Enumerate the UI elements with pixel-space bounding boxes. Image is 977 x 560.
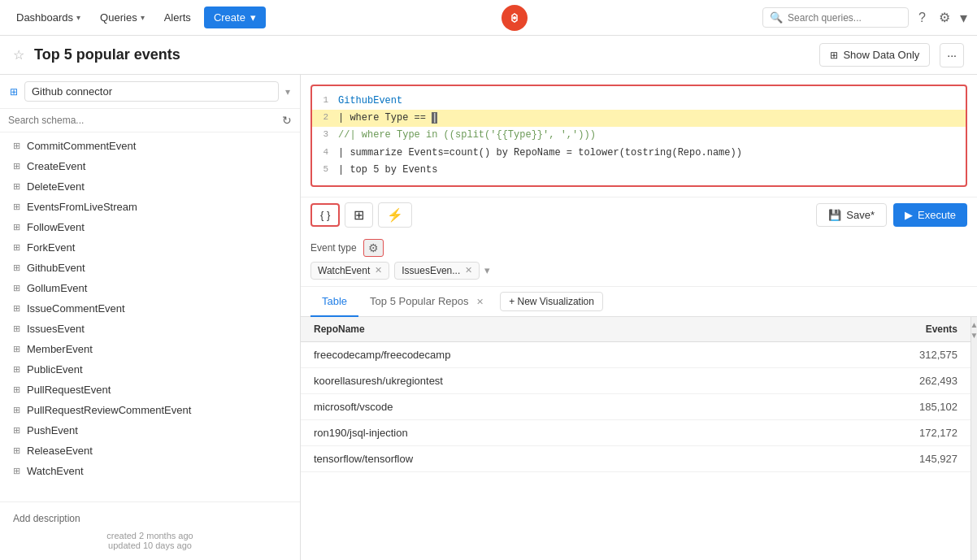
table-icon: ⊞	[13, 283, 20, 293]
events-cell: 172,172	[781, 419, 970, 445]
table-row: koorellasuresh/ukregiontest262,493	[301, 367, 970, 393]
table-icon: ⊞	[13, 384, 20, 395]
table-icon: ⊞	[13, 323, 20, 334]
events-cell: 262,493	[781, 367, 970, 393]
col-reponame: RepoName	[301, 317, 781, 342]
format-button[interactable]: { }	[310, 203, 340, 227]
code-line: 1GithubEvent	[312, 93, 966, 110]
sidebar-item[interactable]: ⊞PublicEvent	[0, 359, 300, 380]
sidebar-item[interactable]: ⊞ReleaseEvent	[0, 441, 300, 461]
lightning-button[interactable]: ⚡	[378, 202, 412, 228]
save-button[interactable]: 💾 Save*	[816, 203, 887, 227]
sidebar-item[interactable]: ⊞WatchEvent	[0, 461, 300, 481]
logo-circle	[502, 5, 528, 31]
connector-dropdown[interactable]: Github connector	[24, 81, 279, 102]
create-chevron-icon: ▾	[250, 11, 256, 24]
close-tab-top5[interactable]: ✕	[476, 297, 484, 306]
expand-icon[interactable]: ▾	[960, 9, 967, 27]
nav-dashboards[interactable]: Dashboards ▾	[10, 0, 87, 36]
create-button[interactable]: Create ▾	[204, 7, 266, 28]
filter-settings-button[interactable]: ⚙	[363, 239, 384, 257]
logo-icon	[507, 11, 522, 25]
more-options-button[interactable]: ···	[940, 43, 964, 67]
sidebar-item[interactable]: ⊞FollowEvent	[0, 217, 300, 237]
code-line: 4| summarize Events=count() by RepoName …	[312, 145, 966, 162]
sidebar-item[interactable]: ⊞ForkEvent	[0, 237, 300, 258]
save-icon: 💾	[828, 209, 841, 221]
table-icon: ⊞	[13, 445, 20, 456]
content-area: 1GithubEvent2| where Type == |3//| where…	[301, 75, 977, 560]
code-line: 5| top 5 by Events	[312, 162, 966, 179]
table-row: microsoft/vscode185,102	[301, 393, 970, 419]
table-small-icon: ⊞	[830, 50, 838, 61]
queries-chevron-icon: ▾	[141, 13, 145, 22]
scroll-up-icon[interactable]: ▲	[970, 320, 977, 329]
sidebar-item[interactable]: ⊞CommitCommentEvent	[0, 136, 300, 156]
remove-watch-event-button[interactable]: ✕	[375, 265, 382, 276]
connector-icon: ⊞	[10, 86, 18, 98]
filter-dropdown-chevron[interactable]: ▾	[484, 264, 490, 276]
repo-cell: microsoft/vscode	[301, 393, 781, 419]
sidebar-item[interactable]: ⊞GollumEvent	[0, 278, 300, 298]
table-row: tensorflow/tensorflow145,927	[301, 445, 970, 471]
settings-icon[interactable]: ⚙	[936, 7, 953, 28]
repo-cell: ron190/jsql-injection	[301, 419, 781, 445]
table-icon: ⊞	[13, 242, 20, 253]
table-icon: ⊞	[13, 466, 20, 476]
new-visualization-button[interactable]: + New Visualization	[500, 292, 603, 311]
code-line: 2| where Type == |	[312, 110, 966, 127]
events-cell: 145,927	[781, 445, 970, 471]
sidebar-item[interactable]: ⊞CreateEvent	[0, 156, 300, 176]
table-view-button[interactable]: ⊞	[345, 202, 373, 228]
remove-issues-event-button[interactable]: ✕	[465, 265, 472, 276]
sidebar-item[interactable]: ⊞PullRequestEvent	[0, 380, 300, 400]
search-input[interactable]	[788, 12, 893, 24]
tab-top5[interactable]: Top 5 Popular Repos ✕	[358, 287, 495, 317]
top-nav: Dashboards ▾ Queries ▾ Alerts Create ▾ 🔍…	[0, 0, 977, 36]
execute-button[interactable]: ▶ Execute	[893, 203, 967, 227]
sidebar-item[interactable]: ⊞PushEvent	[0, 420, 300, 441]
sidebar-item[interactable]: ⊞PullRequestReviewCommentEvent	[0, 400, 300, 420]
schema-search-input[interactable]	[8, 115, 277, 126]
sidebar-item[interactable]: ⊞IssueCommentEvent	[0, 298, 300, 319]
filter-tag-watch: WatchEvent ✕	[310, 262, 389, 280]
col-events: Events	[781, 317, 970, 342]
sidebar-item[interactable]: ⊞MemberEvent	[0, 339, 300, 359]
tab-table[interactable]: Table	[310, 287, 358, 317]
filter-label-text: Event type	[310, 242, 357, 254]
events-cell: 185,102	[781, 393, 970, 419]
filter-tag-issues: IssuesEven... ✕	[394, 262, 480, 280]
repo-cell: koorellasuresh/ukregiontest	[301, 367, 781, 393]
table-icon: ⊞	[13, 364, 20, 375]
sidebar-item[interactable]: ⊞GithubEvent	[0, 258, 300, 278]
filter-tags: WatchEvent ✕ IssuesEven... ✕ ▾	[310, 262, 967, 280]
table-icon: ⊞	[13, 405, 20, 415]
add-description-link[interactable]: Add description	[13, 513, 80, 524]
nav-alerts[interactable]: Alerts	[158, 0, 198, 36]
page-title: Top 5 popular events	[34, 46, 810, 63]
toolbar-right: 💾 Save* ▶ Execute	[816, 203, 967, 227]
svg-point-1	[513, 16, 516, 20]
search-icon: 🔍	[770, 11, 783, 24]
table-icon: ⊞	[13, 222, 20, 232]
help-icon[interactable]: ?	[915, 7, 929, 28]
sidebar-item[interactable]: ⊞DeleteEvent	[0, 176, 300, 197]
main-layout: ⊞ Github connector ▾ ↻ ⊞CommitCommentEve…	[0, 75, 977, 560]
show-data-only-button[interactable]: ⊞ Show Data Only	[819, 43, 930, 67]
sidebar-item[interactable]: ⊞EventsFromLiveStream	[0, 197, 300, 217]
scroll-down-icon[interactable]: ▼	[970, 331, 977, 340]
results-table[interactable]: RepoName Events freecodecamp/freecodecam…	[301, 317, 970, 560]
sidebar-item[interactable]: ⊞IssuesEvent	[0, 319, 300, 339]
sidebar-footer: Add description created 2 months ago upd…	[0, 501, 300, 560]
title-bar: ☆ Top 5 popular events ⊞ Show Data Only …	[0, 36, 977, 75]
play-icon: ▶	[905, 209, 913, 221]
favorite-icon[interactable]: ☆	[13, 47, 24, 63]
app-logo	[272, 5, 756, 31]
search-box[interactable]: 🔍	[762, 7, 909, 28]
filter-area: Event type ⚙ WatchEvent ✕ IssuesEven... …	[301, 232, 977, 287]
refresh-icon[interactable]: ↻	[282, 114, 292, 127]
code-editor[interactable]: 1GithubEvent2| where Type == |3//| where…	[310, 85, 967, 187]
table-icon: ⊞	[13, 263, 20, 273]
nav-queries[interactable]: Queries ▾	[93, 0, 151, 36]
connector-chevron-icon: ▾	[285, 86, 290, 98]
